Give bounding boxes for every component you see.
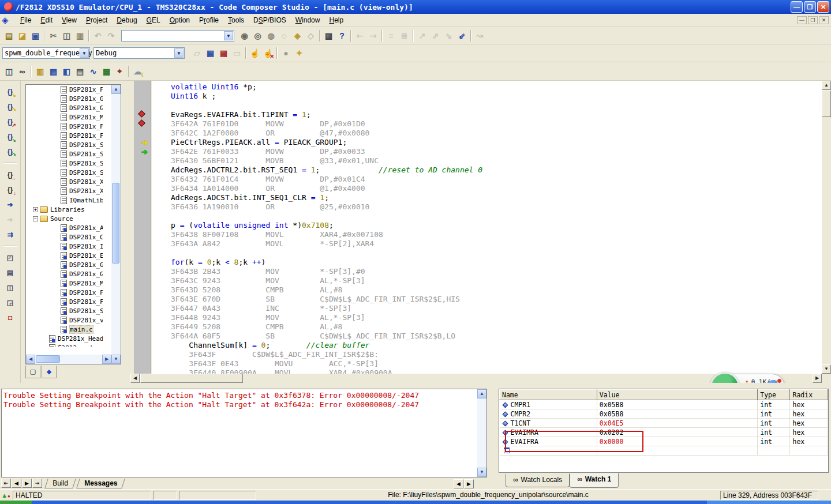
stop-build-button[interactable]: ▭ (230, 47, 244, 59)
tree-item-dsp281x-e[interactable]: DSP281x_E (26, 251, 103, 260)
watch-name-cell[interactable]: CMPR1 (500, 400, 597, 409)
watch-radix-cell[interactable]: hex (790, 400, 828, 409)
remove-all-breakpoints-button[interactable]: ☝✕ (261, 47, 275, 59)
new-file-button[interactable]: ▤ (2, 29, 16, 42)
tree-item-dsp281x-g[interactable]: DSP281x_G (26, 94, 103, 103)
editor-code-area[interactable]: volatile Uint16 *p;Uint16 k ; EvaRegs.EV… (152, 81, 822, 374)
tree-item-dsp281x-s[interactable]: DSP281x_S (26, 159, 103, 168)
indent-right-button[interactable]: ⇢ (366, 29, 380, 42)
tab-nav-button-1[interactable]: ◀ (12, 479, 21, 488)
run-to-cursor-button[interactable]: {}→ (3, 168, 17, 181)
watch-value-cell[interactable]: 0x0202 (597, 428, 757, 437)
tree-item-main-c[interactable]: main.c (26, 325, 103, 334)
menu-file[interactable]: File (16, 14, 36, 26)
find-prev-button[interactable]: ◎ (251, 29, 264, 42)
memory-window-button[interactable]: ▤ (73, 65, 87, 78)
find-selection-button[interactable]: ◌ (278, 29, 291, 42)
search-in-files-button[interactable]: ◈ (291, 29, 304, 42)
mdi-restore-button[interactable]: ❐ (808, 16, 818, 24)
tree-item-dsp281x-f[interactable]: DSP281x_F (26, 288, 103, 297)
run-button[interactable]: ➔ (3, 198, 17, 211)
watch-add-cell[interactable] (500, 446, 597, 456)
menu-profile[interactable]: Profile (194, 14, 223, 26)
project-combo-dropdown-arrow[interactable]: ▼ (80, 48, 89, 58)
output-horizontal-scrollbar[interactable]: ◀ ▶ (454, 479, 474, 488)
tree-item-source[interactable]: −Source (26, 214, 103, 223)
code-editor[interactable]: ➔➔ volatile Uint16 *p;Uint16 k ; EvaRegs… (130, 81, 831, 383)
tree-item-dsp281x-f[interactable]: DSP281x_F (26, 297, 103, 306)
register-view-button[interactable]: ▤ (3, 266, 17, 279)
menu-debug[interactable]: Debug (112, 14, 141, 26)
watch-column-radix[interactable]: Radix (790, 390, 828, 400)
tree-item-iqmathlib[interactable]: IQmathLib (26, 195, 103, 205)
restore-button[interactable]: ❐ (804, 1, 816, 13)
tab-nav-button-2[interactable]: ▶ (22, 479, 32, 488)
watch-column-name[interactable]: Name (500, 390, 597, 400)
probe-point-button[interactable]: ⌖ (113, 65, 126, 78)
step-into-button[interactable]: {}↘ (3, 85, 17, 98)
output-vertical-scrollbar[interactable]: ▲ ▼ (477, 389, 486, 477)
asm-step-over-button[interactable]: {}↷ (3, 145, 17, 158)
output-scroll-right-button[interactable]: ▶ (464, 479, 474, 488)
redo-button[interactable]: ↷ (104, 29, 118, 42)
menu-gel[interactable]: GEL (142, 14, 165, 26)
menu-help[interactable]: Help (324, 14, 348, 26)
watch-row-t1cnt[interactable]: T1CNT0x04E5inthex (500, 419, 828, 428)
config-combo-dropdown-arrow[interactable]: ▼ (174, 48, 184, 58)
watch-window-button[interactable]: ∞ (16, 65, 29, 78)
add-watch-icon[interactable] (504, 447, 510, 453)
tab-nav-button-3[interactable]: ⇥ (32, 479, 42, 488)
watch-radix-cell[interactable]: hex (790, 428, 828, 437)
tree-item-dsp281x-g[interactable]: DSP281x_G (26, 269, 103, 279)
watch-name-cell[interactable]: EVAIFRA (500, 437, 597, 446)
menu-option[interactable]: Option (165, 14, 194, 26)
step-out-button[interactable]: {}↗ (3, 115, 17, 128)
bookmarks-tab[interactable]: ◆ (42, 366, 57, 378)
editor-vertical-scrollbar[interactable]: ▲ ▼ (822, 81, 831, 374)
breakpoint-marker[interactable] (138, 119, 145, 127)
watch-radix-cell[interactable]: hex (790, 409, 828, 419)
tree-scroll-right-button[interactable]: ▶ (102, 355, 111, 364)
tree-item-dsp281x-s[interactable]: DSP281x_S (26, 149, 103, 159)
tree-item-dsp281x-x[interactable]: DSP281x_X (26, 186, 103, 195)
tree-scroll-left-button[interactable]: ◀ (26, 355, 35, 364)
cut-button[interactable]: ✂ (47, 29, 60, 42)
files-tab[interactable]: ▢ (25, 366, 40, 378)
tree-item-dsp281x-s[interactable]: DSP281x_S (26, 306, 103, 315)
expand-plus-icon[interactable]: + (33, 207, 38, 212)
build-output-window[interactable]: Trouble Setting Breakpoint with the Acti… (1, 389, 487, 477)
watch-column-type[interactable]: Type (758, 390, 790, 400)
output-scroll-left-button[interactable]: ◀ (454, 479, 463, 488)
compile-file-button[interactable]: ▱ (190, 47, 204, 59)
watch-add-row[interactable] (500, 446, 828, 456)
replace-button[interactable]: ◇ (304, 29, 317, 42)
menu-edit[interactable]: Edit (36, 14, 57, 26)
watch-radix-cell[interactable]: hex (790, 437, 828, 446)
find-word-button[interactable]: ◍ (264, 29, 278, 42)
configuration-combobox[interactable]: Debug ▼ (93, 47, 185, 59)
tree-item-dsp281x-c[interactable]: DSP281x_C (26, 232, 103, 242)
tree-item-dsp281x-s[interactable]: DSP281x_S (26, 168, 103, 177)
edit-marker3-button[interactable]: ⇘ (442, 29, 455, 42)
tree-item-dsp281x-i[interactable]: DSP281x_I (26, 242, 103, 251)
indent-left-button[interactable]: ⇠ (353, 29, 366, 42)
breakpoint-view-button[interactable]: ◘ (3, 311, 17, 324)
watch-value-cell[interactable]: 0x05B8 (597, 409, 757, 419)
tree-hscroll-thumb[interactable] (36, 355, 60, 363)
project-tools-button[interactable]: ✦ (293, 47, 306, 59)
watch-value-cell[interactable]: 0x05B8 (597, 400, 757, 409)
horizontal-splitter[interactable] (0, 383, 831, 388)
project-combobox[interactable]: spwm_double_frequency ▼ (2, 47, 90, 59)
tree-item-dsp281x-f[interactable]: DSP281x_F (26, 85, 103, 94)
tree-item-dsp281x-m[interactable]: DSP281x_M (26, 112, 103, 122)
mdi-minimize-button[interactable]: — (797, 16, 807, 24)
editor-gutter[interactable]: ➔➔ (134, 81, 151, 374)
incremental-build-button[interactable]: ▦ (204, 47, 217, 59)
tree-item-f2812-cmd[interactable]: F2812.cmd (26, 343, 103, 347)
tree-item-dsp281x-f[interactable]: DSP281x_F (26, 131, 103, 140)
editor-scroll-left-button[interactable]: ◀ (130, 374, 140, 383)
tree-item-dsp281x-s[interactable]: DSP281x_S (26, 140, 103, 149)
watch-window[interactable]: NameValueTypeRadix CMPR10x05B8inthexCMPR… (499, 389, 829, 473)
paste-button[interactable]: ▥ (73, 29, 87, 42)
watch-name-cell[interactable]: T1CNT (500, 419, 597, 428)
